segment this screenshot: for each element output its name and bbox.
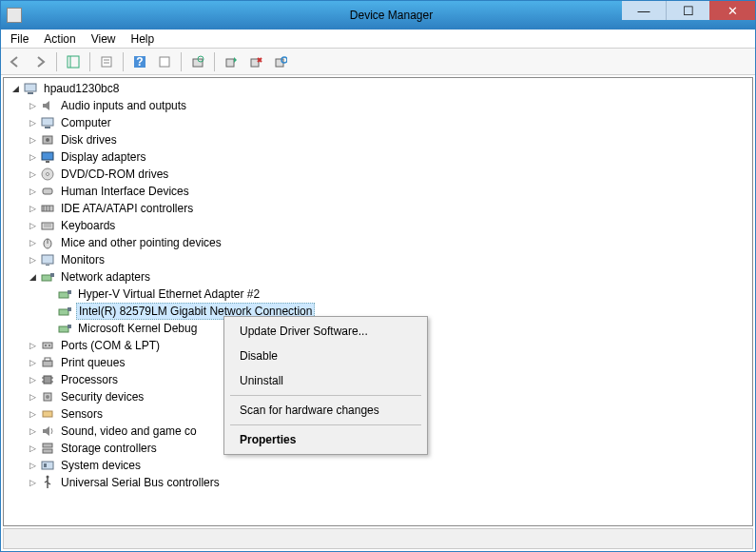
properties-button[interactable] (96, 51, 117, 72)
svg-point-46 (48, 345, 50, 346)
toolbar: ? (1, 49, 755, 75)
action-button[interactable] (154, 51, 175, 72)
tree-item-label[interactable]: Computer (59, 115, 113, 130)
expander-icon[interactable]: ▷ (27, 443, 38, 454)
svg-rect-16 (42, 118, 53, 126)
expander-icon[interactable]: ▷ (27, 374, 38, 385)
uninstall-icon[interactable] (270, 51, 291, 72)
scan-button[interactable] (187, 51, 208, 72)
menu-file[interactable]: File (3, 30, 36, 48)
tree-item-label[interactable]: Microsoft Kernel Debug (76, 321, 199, 336)
expander-icon[interactable]: ▷ (27, 340, 38, 351)
keyboard-icon (40, 218, 55, 233)
tree-item-label[interactable]: Sensors (59, 406, 105, 422)
tree-item-label[interactable]: Print queues (59, 355, 126, 370)
tree-item-label[interactable]: Network adapters (59, 269, 152, 285)
expander-icon[interactable]: ▷ (27, 117, 38, 128)
tree-item-label[interactable]: Universal Serial Bus controllers (59, 475, 222, 490)
tree-item-label[interactable]: Monitors (59, 252, 107, 267)
tree-item-label[interactable]: DVD/CD-ROM drives (59, 167, 170, 182)
context-menu-item[interactable]: Update Driver Software... (226, 319, 425, 344)
svg-rect-49 (44, 376, 51, 384)
tree-item-label[interactable]: Mice and other pointing devices (59, 235, 223, 250)
tree-item-label[interactable]: IDE ATA/ATAPI controllers (59, 201, 195, 216)
expander-icon[interactable]: ▷ (27, 408, 38, 420)
category-system[interactable]: ▷System devices (4, 457, 752, 474)
category-speaker[interactable]: ▷Audio inputs and outputs (4, 97, 752, 114)
device-tree[interactable]: ◢hpaud1230bc8▷Audio inputs and outputs▷C… (3, 77, 753, 526)
tree-item-label[interactable]: System devices (59, 458, 143, 473)
tree-item-label[interactable]: Hyper-V Virtual Ethernet Adapter #2 (76, 286, 262, 302)
context-menu-item[interactable]: Properties (226, 427, 425, 452)
expander-icon[interactable]: ▷ (27, 203, 38, 214)
category-monitor[interactable]: ▷Monitors (4, 251, 752, 268)
tree-item-label[interactable]: Processors (59, 372, 120, 387)
svg-rect-15 (28, 92, 33, 94)
expander-icon[interactable]: ▷ (27, 357, 38, 368)
tree-item-label[interactable]: Human Interface Devices (59, 184, 191, 199)
expander-icon[interactable]: ◢ (27, 271, 38, 283)
expander-icon[interactable]: ▷ (27, 391, 38, 403)
expander-icon[interactable]: ▷ (27, 477, 38, 488)
tree-item-label[interactable]: Security devices (59, 389, 145, 404)
tree-item-label[interactable]: Audio inputs and outputs (59, 98, 188, 113)
menu-help[interactable]: Help (124, 30, 163, 48)
sensor-icon (40, 406, 55, 422)
expander-icon[interactable]: ▷ (27, 460, 38, 471)
expander-icon[interactable]: ▷ (27, 168, 38, 180)
back-button[interactable] (5, 51, 26, 72)
network-icon (57, 321, 72, 336)
category-network[interactable]: ◢Network adapters (4, 268, 752, 286)
svg-rect-58 (43, 449, 52, 453)
computer-icon (40, 115, 55, 130)
expander-icon[interactable]: ▷ (27, 100, 38, 111)
menu-view[interactable]: View (84, 30, 124, 48)
expander-icon[interactable]: ▷ (27, 186, 38, 197)
update-driver-icon[interactable] (221, 51, 242, 72)
category-keyboard[interactable]: ▷Keyboards (4, 217, 752, 234)
category-mouse[interactable]: ▷Mice and other pointing devices (4, 234, 752, 251)
svg-rect-11 (251, 59, 259, 67)
show-hide-button[interactable] (63, 51, 84, 72)
expander-icon[interactable]: ▷ (27, 220, 38, 231)
category-hid[interactable]: ▷Human Interface Devices (4, 183, 752, 200)
context-menu-item[interactable]: Scan for hardware changes (226, 398, 425, 423)
context-menu-item[interactable]: Uninstall (226, 368, 425, 393)
tree-item-label[interactable]: Keyboards (59, 218, 117, 233)
forward-button[interactable] (29, 51, 50, 72)
tree-item-label[interactable]: Display adapters (59, 149, 147, 165)
tree-item-label[interactable]: hpaud1230bc8 (42, 81, 121, 96)
root-node[interactable]: ◢hpaud1230bc8 (4, 80, 752, 97)
category-cd[interactable]: ▷DVD/CD-ROM drives (4, 166, 752, 183)
cd-icon (40, 167, 55, 182)
menu-action[interactable]: Action (36, 30, 83, 48)
tree-item-label[interactable]: Ports (COM & LPT) (59, 338, 162, 353)
category-disk[interactable]: ▷Disk drives (4, 131, 752, 148)
tree-item-label[interactable]: Disk drives (59, 132, 119, 148)
expander-icon[interactable]: ▷ (27, 134, 38, 146)
menubar: File Action View Help (1, 30, 755, 49)
expander-icon[interactable]: ▷ (27, 425, 38, 437)
hid-icon (40, 184, 55, 199)
expander-icon[interactable]: ▷ (27, 237, 38, 248)
ide-icon (40, 201, 55, 216)
category-computer[interactable]: ▷Computer (4, 114, 752, 131)
titlebar[interactable]: Device Manager — ☐ ✕ (1, 1, 755, 30)
category-ide[interactable]: ▷IDE ATA/ATAPI controllers (4, 200, 752, 217)
close-button[interactable]: ✕ (709, 1, 755, 20)
maximize-button[interactable]: ☐ (666, 1, 709, 20)
tree-item-label[interactable]: Sound, video and game co (59, 424, 199, 439)
device-item[interactable]: Hyper-V Virtual Ethernet Adapter #2 (4, 286, 752, 303)
category-usb[interactable]: ▷Universal Serial Bus controllers (4, 474, 752, 491)
statusbar (3, 528, 753, 549)
mouse-icon (40, 235, 55, 250)
minimize-button[interactable]: — (622, 1, 666, 20)
context-menu-item[interactable]: Disable (226, 344, 425, 368)
expander-icon[interactable]: ◢ (10, 83, 21, 94)
category-display[interactable]: ▷Display adapters (4, 148, 752, 166)
help-button[interactable]: ? (129, 51, 150, 72)
disable-icon[interactable] (245, 51, 266, 72)
expander-icon[interactable]: ▷ (27, 254, 38, 266)
tree-item-label[interactable]: Storage controllers (59, 441, 159, 456)
expander-icon[interactable]: ▷ (27, 151, 38, 163)
